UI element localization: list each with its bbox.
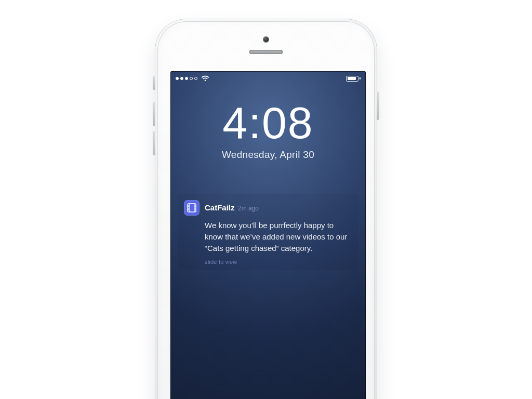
svg-rect-3 — [188, 205, 189, 206]
notification-age: 2m ago — [238, 205, 259, 212]
cell-signal-icon — [176, 77, 197, 80]
notification-card[interactable]: CatFailz 2m ago We know you’ll be purrfe… — [178, 194, 358, 270]
power-button[interactable] — [377, 92, 379, 120]
lock-screen[interactable]: 4:08 Wednesday, April 30 — [170, 71, 366, 399]
volume-down-button[interactable] — [153, 131, 155, 155]
front-camera-icon — [263, 36, 269, 43]
svg-rect-9 — [195, 208, 196, 209]
wifi-icon — [201, 75, 209, 82]
volume-up-button[interactable] — [153, 102, 155, 126]
battery-icon — [346, 76, 361, 82]
svg-rect-10 — [195, 209, 196, 210]
svg-rect-5 — [188, 208, 189, 209]
svg-rect-4 — [188, 206, 189, 207]
notification-app-name: CatFailz — [205, 203, 235, 212]
lockscreen-date: Wednesday, April 30 — [170, 149, 366, 161]
mute-switch[interactable] — [153, 76, 155, 90]
phone-device: 4:08 Wednesday, April 30 — [155, 19, 377, 399]
earpiece-speaker — [249, 50, 283, 54]
svg-rect-6 — [188, 209, 189, 210]
notification-slide-hint[interactable]: slide to view — [205, 259, 352, 265]
notification-header: CatFailz 2m ago — [184, 200, 352, 216]
notification-body: We know you’ll be purrfectly happy to kn… — [205, 220, 352, 254]
app-icon — [184, 200, 200, 216]
svg-rect-7 — [195, 205, 196, 206]
phone-bezel: 4:08 Wednesday, April 30 — [157, 21, 375, 399]
lockscreen-time: 4:08 — [170, 100, 366, 145]
film-strip-icon — [187, 203, 196, 212]
svg-rect-8 — [195, 206, 196, 207]
status-bar — [170, 71, 366, 84]
status-bar-left — [176, 75, 209, 82]
notification-title-row: CatFailz 2m ago — [205, 203, 259, 212]
